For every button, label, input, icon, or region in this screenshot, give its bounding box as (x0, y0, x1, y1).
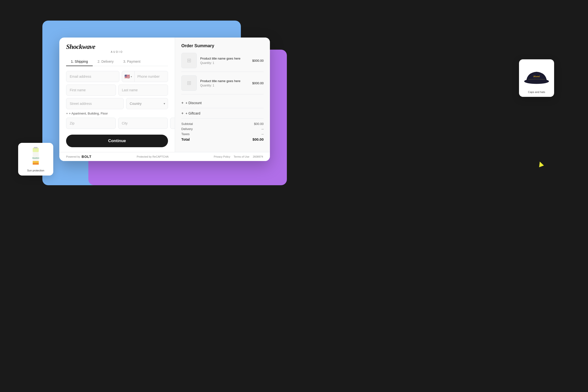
product-price-1: $000.00 (252, 59, 264, 62)
recaptcha-text: Protected by ReCAPTCHA (137, 155, 168, 158)
product-thumbnail-1: ⊞ (181, 53, 197, 68)
product-item-1: ⊞ Product title name goes here Quantity:… (181, 53, 264, 72)
product-image-icon-1: ⊞ (187, 58, 191, 64)
taxes-value: -- (261, 132, 264, 136)
country-wrapper: Country ▾ (126, 98, 168, 109)
footer-links: Privacy Policy Terms of Use 2608974 (214, 155, 263, 158)
footer-id: 2608974 (253, 155, 263, 158)
delivery-label: Delivery (181, 127, 193, 131)
tab-payment[interactable]: 3. Payment (118, 57, 145, 66)
total-row: Total $00.00 (181, 137, 264, 142)
summary-panel: Order Summary ⊞ Product title name goes … (175, 38, 270, 152)
svg-text:Rivml: Rivml (533, 75, 540, 78)
giftcard-label: + Giftcard (185, 112, 200, 115)
zip-city-state-row: State ▾ (66, 118, 168, 129)
discount-label: + Discount (185, 101, 202, 105)
tab-shipping[interactable]: 1. Shipping (66, 57, 93, 66)
powered-by-text: Powered by (66, 155, 80, 158)
flag-chevron-icon: ▾ (131, 75, 132, 78)
tab-delivery[interactable]: 2. Delivery (93, 57, 118, 66)
brand-subtitle: AUDIO (66, 50, 168, 53)
giftcard-plus-icon: + (181, 111, 183, 116)
product-info-2: Product title name goes here Quantity: 1 (200, 79, 249, 87)
country-select[interactable]: Country (126, 98, 168, 109)
form-panel: Shockwave AUDIO 1. Shipping 2. Delivery … (59, 38, 175, 152)
state-wrapper: State ▾ (170, 118, 175, 129)
street-country-row: Country ▾ (66, 98, 168, 109)
checkout-modal: Shockwave AUDIO 1. Shipping 2. Delivery … (59, 38, 270, 161)
brand-name: Shockwave (66, 43, 168, 50)
city-input[interactable] (118, 118, 168, 129)
email-input[interactable] (66, 71, 119, 82)
privacy-policy-link[interactable]: Privacy Policy (214, 155, 230, 158)
taxes-row: Taxes -- (181, 132, 264, 136)
caps-hats-label: Caps and hats (528, 90, 545, 94)
giftcard-row[interactable]: + + Giftcard (181, 108, 264, 119)
street-input[interactable] (66, 98, 124, 109)
subtotal-label: Subtotal (181, 122, 193, 126)
subtotal-row: Subtotal $00.00 (181, 122, 264, 126)
delivery-row: Delivery -- (181, 127, 264, 131)
lastname-input[interactable] (118, 84, 168, 96)
product-name-1: Product title name goes here (200, 57, 249, 60)
hat-image: Rivml (522, 63, 551, 88)
checkout-footer: Powered by BOLT Protected by ReCAPTCHA P… (59, 152, 270, 161)
product-name-2: Product title name goes here (200, 79, 249, 83)
apartment-plus: + (66, 112, 68, 115)
firstname-input[interactable] (66, 84, 116, 96)
apartment-link[interactable]: + + Apartment, Building, Floor (66, 112, 168, 115)
flag-emoji: 🇺🇸 (124, 74, 130, 79)
svg-rect-5 (33, 163, 39, 165)
phone-input[interactable] (135, 71, 168, 82)
total-value: $00.00 (252, 137, 264, 142)
apartment-label: + Apartment, Building, Floor (69, 112, 108, 115)
state-select[interactable]: State (170, 118, 175, 129)
taxes-label: Taxes (181, 132, 190, 136)
sun-protection-label: Sun protection (27, 169, 44, 172)
product-image-icon-2: ⊞ (187, 80, 191, 86)
discount-row[interactable]: + + Discount (181, 98, 264, 108)
product-info-1: Product title name goes here Quantity: 1 (200, 57, 249, 65)
summary-title: Order Summary (181, 43, 264, 48)
product-price-2: $000.00 (252, 81, 264, 85)
continue-button[interactable]: Continue (66, 134, 168, 147)
caps-hats-card: Rivml Caps and hats (519, 59, 554, 97)
svg-rect-2 (34, 147, 37, 148)
totals-section: Subtotal $00.00 Delivery -- Taxes -- Tot… (181, 122, 264, 142)
zip-input[interactable] (66, 118, 116, 129)
product-qty-1: Quantity: 1 (200, 61, 249, 65)
bolt-logo: Powered by BOLT (66, 155, 91, 158)
flag-selector[interactable]: 🇺🇸 ▾ (122, 71, 135, 82)
name-row (66, 84, 168, 96)
bolt-brand-text: BOLT (81, 155, 91, 158)
product-item-2: ⊞ Product title name goes here Quantity:… (181, 75, 264, 94)
email-phone-row: 🇺🇸 ▾ (66, 71, 168, 82)
cursor-arrow: ▲ (535, 158, 546, 170)
delivery-value: -- (261, 127, 264, 131)
total-label: Total (181, 137, 190, 142)
brand-logo: Shockwave AUDIO (66, 43, 168, 53)
svg-text:Vacation: Vacation (32, 157, 39, 159)
sunscreen-image: Vacation (29, 146, 42, 167)
terms-of-use-link[interactable]: Terms of Use (234, 155, 249, 158)
product-thumbnail-2: ⊞ (181, 75, 197, 91)
discount-plus-icon: + (181, 101, 183, 105)
product-qty-2: Quantity: 1 (200, 84, 249, 87)
subtotal-value: $00.00 (254, 122, 264, 126)
sun-protection-card: Vacation Sun protection (18, 143, 53, 176)
checkout-tabs: 1. Shipping 2. Delivery 3. Payment (66, 57, 168, 66)
phone-group: 🇺🇸 ▾ (122, 71, 168, 82)
